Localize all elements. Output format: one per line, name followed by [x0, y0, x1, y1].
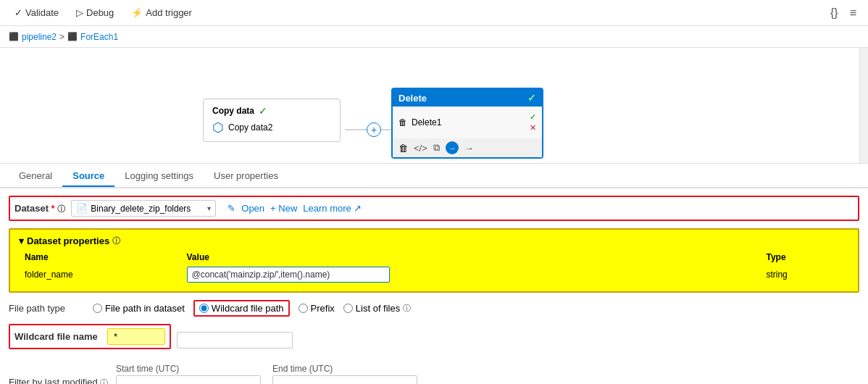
delete-title: Delete	[398, 93, 427, 104]
validate-label: Validate	[25, 7, 59, 18]
add-activity-button[interactable]: +	[367, 122, 381, 137]
dataset-properties-panel: ▾ Dataset properties ⓘ Name Value Type f…	[9, 228, 859, 293]
radio-list-of-files[interactable]: List of files ⓘ	[343, 303, 411, 314]
ds-prop-title: Dataset properties	[27, 235, 109, 246]
ds-col-value: Value	[181, 251, 761, 264]
file-path-label: File path type	[9, 303, 81, 314]
debug-label: Debug	[86, 7, 114, 18]
radio-input-list[interactable]	[343, 304, 353, 313]
end-time-input[interactable]	[272, 375, 417, 384]
delete-activity[interactable]: Delete ✓ 🗑 Delete1 ✓ ✕ 🗑 </> ⧉ → →	[391, 88, 543, 159]
ds-prop-header: ▾ Dataset properties ⓘ	[19, 235, 849, 246]
filter-label: Filter by last modified ⓘ	[9, 364, 110, 384]
delete-item-row: 🗑 Delete1 ✓ ✕	[398, 112, 536, 133]
delete-toolbar: 🗑 </> ⧉ → →	[393, 138, 542, 157]
tab-general[interactable]: General	[9, 166, 62, 187]
filter-inputs: Start time (UTC) End time (UTC)	[116, 364, 417, 384]
ds-col-type: Type	[760, 251, 849, 264]
ds-prop-row: folder_name string	[19, 264, 849, 285]
radio-input-dataset[interactable]	[93, 304, 102, 313]
validate-icon: ✓	[14, 7, 22, 18]
breadcrumb: ⬛ pipeline2 > ⬛ ForEach1	[0, 26, 868, 48]
radio-prefix[interactable]: Prefix	[299, 303, 335, 314]
ds-row-value-input[interactable]	[187, 267, 390, 283]
delete-body: 🗑 Delete1 ✓ ✕	[393, 107, 542, 138]
delete-toolbar-trash[interactable]: 🗑	[398, 143, 408, 154]
tabs-row: General Source Logging settings User pro…	[0, 164, 868, 188]
tab-logging[interactable]: Logging settings	[114, 166, 204, 187]
debug-button[interactable]: ▷ Debug	[73, 6, 117, 20]
dataset-select[interactable]: 📄 Binary_delete_zip_folders ▾	[71, 200, 216, 217]
delete-toolbar-nav[interactable]: →	[446, 141, 459, 154]
wildcard-label: Wildcard file name	[14, 331, 101, 342]
trigger-icon: ⚡	[131, 7, 143, 18]
radio-file-path-dataset[interactable]: File path in dataset	[93, 303, 185, 314]
radio-input-wildcard[interactable]	[199, 304, 209, 313]
ds-col-name: Name	[19, 251, 181, 264]
list-info-icon: ⓘ	[403, 303, 411, 314]
file-path-type-row: File path type File path in dataset Wild…	[9, 300, 859, 317]
end-time-group: End time (UTC)	[272, 364, 417, 384]
dataset-row: Dataset * ⓘ 📄 Binary_delete_zip_folders …	[9, 196, 859, 221]
radio-wildcard-file-path[interactable]: Wildcard file path	[193, 300, 290, 317]
start-time-group: Start time (UTC)	[116, 364, 261, 384]
list-view-button[interactable]: ≡	[850, 7, 856, 20]
delete-check-icon: ✓	[527, 92, 536, 104]
add-trigger-button[interactable]: ⚡ Add trigger	[128, 6, 195, 20]
tab-source[interactable]: Source	[62, 166, 114, 187]
ds-row-type: string	[760, 264, 849, 285]
ds-prop-info-icon: ⓘ	[112, 235, 120, 246]
connector-line-left	[345, 129, 367, 130]
wildcard-dir-input[interactable]	[177, 332, 293, 348]
delete-item-x: ✕	[530, 123, 536, 133]
canvas-scrollbar[interactable]	[859, 48, 868, 163]
dataset-folder-icon: 📄	[76, 203, 88, 214]
copy-data-title: Copy data	[212, 106, 254, 116]
start-time-label: Start time (UTC)	[116, 364, 261, 374]
debug-icon: ▷	[76, 7, 83, 18]
filter-row: Filter by last modified ⓘ Start time (UT…	[9, 364, 859, 384]
toolbar: ✓ Validate ▷ Debug ⚡ Add trigger {} ≡	[0, 0, 868, 26]
copy-data-subtitle: Copy data2	[228, 122, 272, 133]
radio-group: File path in dataset Wildcard file path …	[93, 300, 411, 317]
wildcard-section: Wildcard file name	[9, 324, 859, 356]
trash-icon: 🗑	[398, 117, 407, 128]
canvas-area: Copy data ✓ ⬡ Copy data2 + Delete ✓ 🗑 De…	[0, 48, 868, 164]
radio-input-prefix[interactable]	[299, 304, 308, 313]
validate-button[interactable]: ✓ Validate	[12, 6, 62, 20]
wildcard-file-input[interactable]	[107, 328, 165, 345]
content-area: Dataset * ⓘ 📄 Binary_delete_zip_folders …	[0, 188, 868, 384]
end-time-label: End time (UTC)	[272, 364, 417, 374]
ds-row-name: folder_name	[19, 264, 181, 285]
new-link[interactable]: + New	[270, 203, 297, 214]
ds-prop-table: Name Value Type folder_name string	[19, 251, 849, 285]
delete-item-check: ✓	[530, 112, 536, 122]
copy-data-activity[interactable]: Copy data ✓ ⬡ Copy data2	[203, 99, 341, 142]
delete-toolbar-copy[interactable]: ⧉	[433, 142, 440, 154]
dataset-chevron-icon: ▾	[207, 204, 211, 212]
wildcard-row: Wildcard file name	[9, 324, 171, 349]
delete-toolbar-arrow[interactable]: →	[464, 143, 474, 154]
learn-more-link[interactable]: Learn more ↗	[303, 203, 362, 214]
filter-info-icon: ⓘ	[100, 378, 108, 384]
pencil-icon[interactable]: ✎	[228, 203, 235, 214]
copy-data-check-icon: ✓	[259, 105, 267, 117]
code-view-button[interactable]: {}	[830, 7, 838, 20]
breadcrumb-foreach[interactable]: ForEach1	[80, 32, 118, 42]
start-time-input[interactable]	[116, 375, 261, 384]
delete-toolbar-code[interactable]: </>	[414, 143, 427, 154]
dataset-value: Binary_delete_zip_folders	[91, 204, 191, 214]
collapse-icon[interactable]: ▾	[19, 235, 24, 246]
breadcrumb-pipeline[interactable]: pipeline2	[22, 32, 57, 42]
copy-data-icon: ⬡	[212, 120, 224, 135]
breadcrumb-separator: >	[59, 32, 64, 42]
delete-item-name: Delete1	[412, 117, 441, 128]
dataset-label: Dataset * ⓘ	[14, 203, 65, 214]
open-link[interactable]: Open	[241, 203, 264, 214]
dataset-actions: ✎ Open + New Learn more ↗	[228, 203, 362, 214]
add-trigger-label: Add trigger	[146, 7, 192, 18]
tab-user-properties[interactable]: User properties	[204, 166, 288, 187]
